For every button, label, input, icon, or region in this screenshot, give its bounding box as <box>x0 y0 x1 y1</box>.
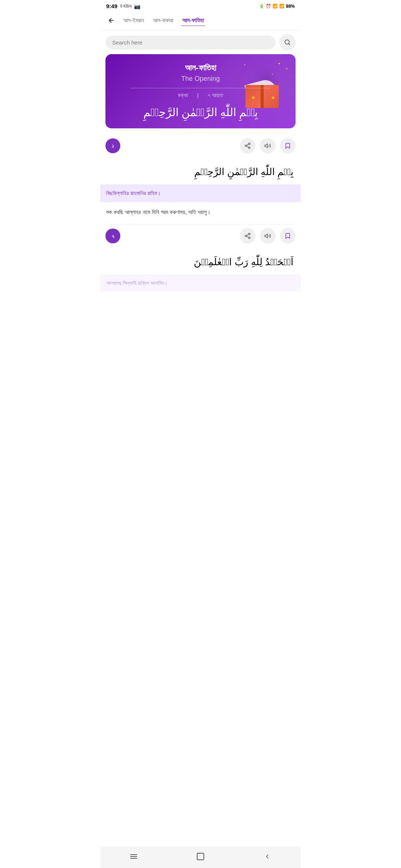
verse-1-arabic: بِسۡمِ اللّٰهِ الرَّحۡمٰنِ الرَّحِيۡمِ <box>100 157 301 184</box>
surah-title-bn: আল-ফাতিহা <box>113 63 288 73</box>
back-button[interactable] <box>105 14 118 27</box>
status-right: 🔋 ⏰ 📶 📶 98% <box>259 4 295 9</box>
verse-2-share-button[interactable] <box>240 228 255 244</box>
data-speed: 0 KB/s <box>120 4 132 8</box>
verse-2-number: ২ <box>105 228 120 243</box>
verse-1-bookmark-button[interactable] <box>280 138 296 154</box>
verse-2-transliteration: আলহামদু লিল্লাহি রাব্বিল আলামিন। <box>100 274 301 292</box>
tab-al-imran[interactable]: আল-ইমরান <box>122 15 146 26</box>
nav-back-button[interactable] <box>258 851 277 862</box>
svg-point-2 <box>245 145 247 147</box>
banner-text-area: আল-ফাতিহা The Opening মক্কা | ৭ আয়াত بِ… <box>113 63 288 120</box>
svg-point-1 <box>248 143 250 145</box>
search-input[interactable] <box>112 39 269 46</box>
header: আল-ইমরান আল-বাকারা আল-ফাতিহা <box>100 11 301 30</box>
verse-1-actions: ১ <box>100 134 301 157</box>
verse-2-arabic: اَلۡحَمۡدُ لِلّٰهِ رَبِّ الۡعٰلَمِيۡنَ <box>100 247 301 274</box>
surah-meta: মক্কা | ৭ আয়াত <box>113 92 288 99</box>
signal-icon: 📶 <box>279 4 284 9</box>
status-left: 9:49 0 KB/s 📷 <box>106 3 140 9</box>
surah-title-en: The Opening <box>113 75 288 83</box>
search-button[interactable] <box>279 34 296 50</box>
svg-point-3 <box>248 147 250 149</box>
surah-ayat: ৭ আয়াত <box>208 92 223 98</box>
verse-2-actions: ২ <box>100 224 301 247</box>
bottom-nav <box>100 846 301 868</box>
verse-1-number: ১ <box>105 138 120 153</box>
verse-1-share-button[interactable] <box>240 138 255 154</box>
tabs-container: আল-ইমরান আল-বাকারা আল-ফাতিহা <box>122 15 296 26</box>
alarm-icon: ⏰ <box>266 4 271 9</box>
camera-icon: 📷 <box>134 3 140 9</box>
bismillah-arabic: بِسۡمِ اللّٰهِ الرَّحۡمٰنِ الرَّحِيۡمِ <box>113 105 288 120</box>
svg-point-7 <box>248 237 250 239</box>
search-container <box>100 30 301 54</box>
verse-1-audio-button[interactable] <box>260 138 276 154</box>
nav-home-button[interactable] <box>191 851 210 862</box>
verse-2-audio-button[interactable] <box>260 228 276 244</box>
svg-point-5 <box>248 233 250 235</box>
svg-marker-4 <box>265 144 268 148</box>
surah-banner: ✦ ✦ ✦ ✦ ★ ★ <box>105 54 296 128</box>
verse-2-bookmark-button[interactable] <box>280 228 296 244</box>
svg-point-0 <box>285 40 289 44</box>
tab-al-fatiha[interactable]: আল-ফাতিহা <box>181 15 205 26</box>
surah-location: মক্কা <box>178 92 188 98</box>
svg-point-6 <box>245 235 247 237</box>
status-time: 9:49 <box>106 3 117 9</box>
status-bar: 9:49 0 KB/s 📷 🔋 ⏰ 📶 📶 98% <box>100 0 301 11</box>
wifi-icon: 📶 <box>273 4 278 9</box>
surah-separator: | <box>197 92 199 98</box>
search-input-wrap <box>105 36 276 49</box>
tab-al-baqara[interactable]: আল-বাকারা <box>151 15 175 26</box>
svg-rect-12 <box>197 853 204 860</box>
verse-1-translation: শুক করছি আল্লাহর নামে যিনি পরম করুণাময়,… <box>100 202 301 224</box>
battery-percent: 98% <box>286 4 295 9</box>
nav-menu-button[interactable] <box>124 851 143 862</box>
verse-1-transliteration: বিছমিল্লাহির রাহমানির রাহিম। <box>100 184 301 202</box>
battery-icon: 🔋 <box>259 4 264 9</box>
svg-marker-8 <box>265 234 268 238</box>
